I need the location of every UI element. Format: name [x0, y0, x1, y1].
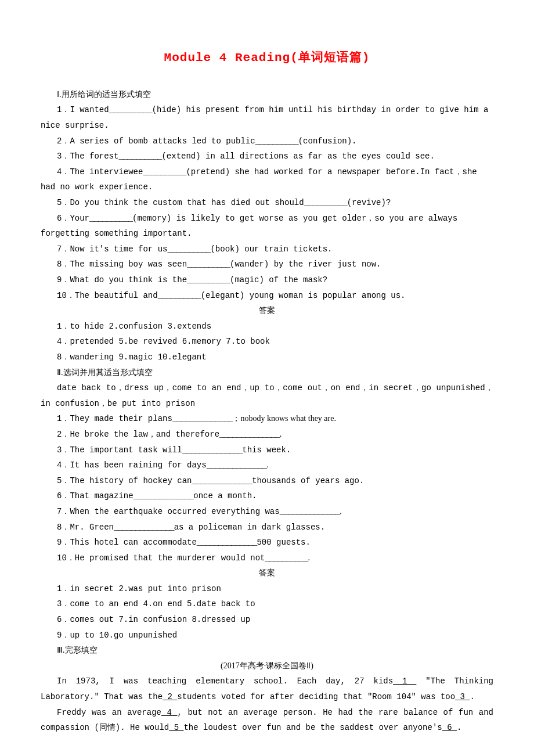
q-pre: 1．I wanted — [57, 105, 109, 114]
section-2-wordbank: date back to，dress up，come to an end，up … — [41, 380, 493, 411]
q-pre: 9．This hotel can accommodate — [57, 538, 197, 547]
answers-2-heading: 答案 — [41, 566, 493, 581]
q-tail: ；nobody knows what they are. — [232, 414, 335, 423]
blank: ______________ — [172, 414, 233, 423]
q2-2: 2．He broke the law，and therefore________… — [41, 427, 493, 442]
q1-1: 1．I wanted__________(hide) his present f… — [41, 102, 493, 118]
blank: ______________ — [192, 476, 252, 485]
ans-1-line-2: 4．pretended 5.be revived 6.memory 7.to b… — [41, 334, 493, 350]
p1-e: students voted for after deciding that "… — [177, 692, 455, 701]
q-pre: 7．Now it's time for us — [57, 244, 167, 254]
q1-7: 7．Now it's time for us__________(book) o… — [41, 242, 493, 257]
q-tail: . — [266, 460, 269, 469]
q1-4-cont: had no work experience. — [41, 179, 493, 195]
ans-2-line-1: 1．in secret 2.was put into prison — [41, 581, 493, 597]
q-hint: (wander) by the river just now. — [230, 260, 381, 269]
q1-9: 9．What do you think is the__________(mag… — [41, 272, 493, 288]
q-hint: (hide) his present from him until his bi… — [152, 105, 489, 114]
q-tail: this week. — [242, 445, 291, 455]
section-2-heading: Ⅱ.选词并用其适当形式填空 — [41, 365, 493, 381]
q-hint: (magic) of the mask? — [230, 275, 327, 285]
q-pre: 4．The interviewee — [57, 167, 143, 177]
q-hint: (memory) is likely to get worse as you g… — [132, 214, 457, 223]
document-title: Module 4 Reading(单词短语篇) — [41, 46, 493, 70]
blank: __________ — [304, 198, 347, 207]
q-tail: thousands of years ago. — [252, 476, 364, 485]
q1-4: 4．The interviewee__________(pretend) she… — [41, 164, 493, 180]
q2-7: 7．When the earthquake occurred everythin… — [41, 504, 493, 520]
q1-8: 8．The missing boy was seen__________(wan… — [41, 257, 493, 272]
blank: ______________ — [114, 523, 174, 532]
ans-1-line-3: 8．wandering 9.magic 10.elegant — [41, 350, 493, 365]
q1-1-cont: nice surprise. — [41, 118, 493, 134]
q-tail: 500 guests. — [257, 538, 310, 547]
p2-a: Freddy was an average — [57, 708, 161, 717]
q-pre: 2．A series of bomb attacks led to public — [57, 136, 255, 146]
q2-9: 9．This hotel can accommodate____________… — [41, 535, 493, 550]
q-pre: 6．Your — [57, 214, 89, 223]
blank: ______________ — [182, 445, 243, 455]
blank: __________ — [89, 214, 132, 223]
p2-g: . — [457, 723, 461, 732]
cloze-blank-6: 6 — [442, 723, 457, 732]
q2-6: 6．That magazine______________once a mont… — [41, 488, 493, 504]
blank: ______________ — [207, 460, 267, 470]
q2-5: 5．The history of hockey can_____________… — [41, 473, 493, 489]
q-pre: 6．That magazine — [57, 491, 134, 501]
ans-2-line-2: 3．come to an end 4.on end 5.date back to — [41, 596, 493, 612]
blank: __________ — [143, 167, 186, 177]
q-pre: 3．The important task will — [57, 445, 182, 455]
p1-a: In 1973, I was teaching elementary schoo… — [57, 676, 393, 686]
cloze-blank-4: 4 — [161, 708, 178, 717]
q1-6-cont: forgetting something important. — [41, 226, 493, 242]
blank: ______________ — [197, 538, 257, 547]
p1-g: . — [470, 692, 474, 701]
q-tail: once a month. — [193, 491, 257, 501]
q-pre: 3．The forest — [57, 152, 118, 161]
q-hint: (elegant) young woman is popular among u… — [201, 291, 406, 300]
blank: __________ — [109, 105, 152, 114]
cloze-blank-2: 2 — [163, 692, 177, 701]
ans-2-line-3: 6．comes out 7.in confusion 8.dressed up — [41, 612, 493, 628]
q-pre: 10．He promised that the murderer would n… — [57, 553, 265, 563]
q-hint: (revive)? — [347, 198, 391, 207]
q2-8: 8．Mr. Green______________as a policeman … — [41, 520, 493, 535]
passage-source: (2017年高考·课标全国卷Ⅱ) — [41, 658, 493, 674]
blank: __________ — [265, 553, 308, 563]
cloze-blank-3: 3 — [455, 692, 470, 701]
blank: __________ — [187, 275, 230, 285]
q2-10: 10．He promised that the murderer would n… — [41, 550, 493, 566]
q-pre: 7．When the earthquake occurred everythin… — [57, 507, 280, 516]
q1-6: 6．Your__________(memory) is likely to ge… — [41, 211, 493, 226]
p2-e: the loudest over fun and be the saddest … — [183, 723, 442, 732]
section-1-heading: Ⅰ.用所给词的适当形式填空 — [41, 87, 493, 103]
q-pre: 8．The missing boy was seen — [57, 260, 187, 269]
q2-4: 4．It has been raining for days__________… — [41, 458, 493, 473]
q-hint: (book) our train tickets. — [210, 244, 332, 254]
blank: __________ — [167, 244, 210, 254]
q1-2: 2．A series of bomb attacks led to public… — [41, 134, 493, 149]
passage-p1: In 1973, I was teaching elementary schoo… — [41, 674, 493, 704]
answers-1-heading: 答案 — [41, 303, 493, 319]
ans-2-line-4: 9．up to 10.go unpunished — [41, 628, 493, 643]
passage-p2: Freddy was an average 4 , but not an ave… — [41, 705, 493, 736]
q1-10: 10．The beautiful and__________(elegant) … — [41, 288, 493, 304]
blank: __________ — [187, 260, 230, 269]
q-pre: 5．Do you think the custom that has died … — [57, 198, 304, 207]
blank: ______________ — [134, 491, 194, 501]
q-tail: . — [308, 553, 310, 562]
ans-1-line-1: 1．to hide 2.confusion 3.extends — [41, 319, 493, 334]
cloze-blank-5: 5 — [169, 723, 183, 732]
blank: __________ — [158, 291, 201, 300]
q-pre: 4．It has been raining for days — [57, 460, 207, 470]
cloze-blank-1: 1 — [393, 676, 416, 686]
blank: ______________ — [219, 430, 280, 439]
q-pre: 5．The history of hockey can — [57, 476, 192, 485]
q1-5: 5．Do you think the custom that has died … — [41, 195, 493, 211]
blank: ______________ — [280, 507, 340, 516]
blank: __________ — [255, 136, 298, 146]
q-pre: 10．The beautiful and — [57, 291, 158, 300]
q-tail: . — [280, 430, 282, 438]
q-pre: 9．What do you think is the — [57, 275, 187, 285]
section-3-heading: Ⅲ.完形填空 — [41, 643, 493, 658]
